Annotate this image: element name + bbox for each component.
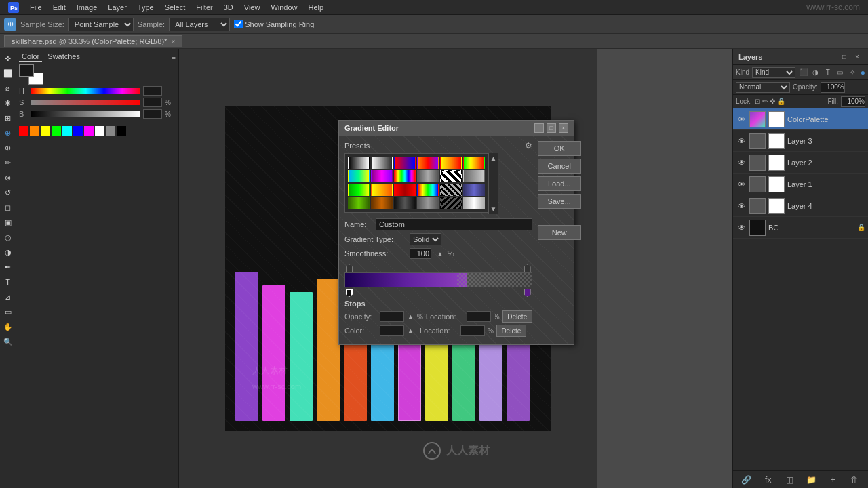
layer-visibility-2[interactable]: 👁 xyxy=(736,157,747,168)
lock-transparent-icon[interactable]: ⊡ xyxy=(755,98,760,105)
color-tab[interactable]: Color xyxy=(19,52,42,62)
ok-button[interactable]: OK xyxy=(538,141,581,156)
preset-1[interactable] xyxy=(348,157,370,169)
brightness-value[interactable] xyxy=(143,109,162,119)
preset-7[interactable] xyxy=(348,170,370,182)
opacity-delete-button[interactable]: Delete xyxy=(502,310,532,323)
history-tool-icon[interactable]: ↺ xyxy=(1,186,15,199)
scroll-down-icon[interactable]: ▼ xyxy=(489,204,498,214)
name-input[interactable] xyxy=(376,218,532,230)
saturation-slider[interactable] xyxy=(31,100,140,105)
text-tool-icon[interactable]: T xyxy=(1,275,15,289)
heal-tool-icon[interactable]: ⊕ xyxy=(1,141,15,155)
lock-all-icon[interactable]: 🔒 xyxy=(777,98,785,105)
smoothness-arrow-up[interactable]: ▲ xyxy=(437,250,443,258)
menu-image[interactable]: Image xyxy=(71,0,103,14)
opacity-input[interactable] xyxy=(821,82,845,93)
new-layer-icon[interactable]: + xyxy=(826,473,840,487)
lock-pixels-icon[interactable]: ✏ xyxy=(762,98,768,105)
lasso-tool-icon[interactable]: ⌀ xyxy=(1,81,15,95)
gradient-type-select[interactable]: Solid xyxy=(410,233,441,245)
move-tool-icon[interactable]: ✜ xyxy=(1,52,15,65)
tab-close-button[interactable]: × xyxy=(171,38,175,45)
layer-item-4[interactable]: 👁 Layer 4 xyxy=(733,195,868,217)
menu-view[interactable]: View xyxy=(239,0,266,14)
filter-toggle-icon[interactable]: ● xyxy=(861,68,865,77)
preset-4[interactable] xyxy=(417,157,439,169)
preset-20[interactable] xyxy=(371,197,393,209)
layer-visibility-1[interactable]: 👁 xyxy=(736,179,747,190)
swatch-blue[interactable] xyxy=(73,126,83,136)
color-stop-left-selected[interactable] xyxy=(346,289,353,297)
gradient-preview-bar[interactable] xyxy=(344,272,532,287)
gradient-editor-title-bar[interactable]: Gradient Editor _ □ × xyxy=(339,121,574,136)
scroll-up-icon[interactable]: ▲ xyxy=(489,153,498,163)
preset-13[interactable] xyxy=(348,184,370,196)
show-sampling-label[interactable]: Show Sampling Ring xyxy=(234,20,314,28)
swatch-yellow[interactable] xyxy=(41,126,50,136)
brush-tool-icon[interactable]: ✏ xyxy=(1,156,15,169)
new-group-icon[interactable]: 📁 xyxy=(804,473,818,487)
opacity-stop-left[interactable] xyxy=(346,264,353,272)
menu-select[interactable]: Select xyxy=(159,0,191,14)
filter-pixel-icon[interactable]: ⬛ xyxy=(798,67,809,78)
eyedropper-icon[interactable]: ⊕ xyxy=(1,126,15,140)
color-stop-value[interactable] xyxy=(380,325,404,336)
preset-3[interactable] xyxy=(394,157,416,169)
swatch-gray[interactable] xyxy=(106,126,115,136)
layer-item-1[interactable]: 👁 Layer 1 xyxy=(733,174,868,195)
crop-tool-icon[interactable]: ⊞ xyxy=(1,111,15,125)
swatch-white[interactable] xyxy=(95,126,104,136)
wand-tool-icon[interactable]: ✱ xyxy=(1,96,15,110)
filter-smart-icon[interactable]: ✧ xyxy=(847,67,858,78)
eyedropper-tool-icon[interactable]: ⊕ xyxy=(4,18,16,30)
color-location-input[interactable] xyxy=(460,325,485,336)
preset-8[interactable] xyxy=(371,170,393,182)
eraser-tool-icon[interactable]: ◻ xyxy=(1,201,15,214)
menu-filter[interactable]: Filter xyxy=(191,0,218,14)
preset-5[interactable] xyxy=(440,157,462,169)
menu-help[interactable]: Help xyxy=(303,0,330,14)
layer-item-2[interactable]: 👁 Layer 2 xyxy=(733,152,868,174)
filter-shape-icon[interactable]: ▭ xyxy=(835,67,846,78)
layer-visibility-colorpalette[interactable]: 👁 xyxy=(736,114,747,125)
color-delete-button[interactable]: Delete xyxy=(496,325,526,337)
pen-tool-icon[interactable]: ✒ xyxy=(1,260,15,274)
new-button[interactable]: New xyxy=(538,225,581,240)
layer-item-3[interactable]: 👁 Layer 3 xyxy=(733,130,868,152)
layer-visibility-3[interactable]: 👁 xyxy=(736,136,747,146)
preset-16[interactable] xyxy=(417,184,439,196)
opacity-location-input[interactable] xyxy=(467,311,491,322)
preset-23[interactable] xyxy=(440,197,462,209)
preset-19[interactable] xyxy=(348,197,370,209)
swatches-tab[interactable]: Swatches xyxy=(45,52,83,62)
dialog-maximize-button[interactable]: □ xyxy=(547,123,556,133)
preset-11[interactable] xyxy=(440,170,462,182)
menu-layer[interactable]: Layer xyxy=(102,0,132,14)
lock-position-icon[interactable]: ✜ xyxy=(770,98,775,105)
layer-item-colorpalette[interactable]: 👁 ColorPalette xyxy=(733,108,868,130)
hand-tool-icon[interactable]: ✋ xyxy=(1,320,15,333)
layer-visibility-4[interactable]: 👁 xyxy=(736,201,747,211)
document-tab[interactable]: skillshare.psd @ 33.3% (ColorPalette; RG… xyxy=(4,35,182,47)
filter-type-icon[interactable]: T xyxy=(823,67,833,78)
preset-24[interactable] xyxy=(463,197,485,209)
swatch-red[interactable] xyxy=(19,126,28,136)
preset-10[interactable] xyxy=(417,170,439,182)
smoothness-input[interactable] xyxy=(410,248,431,259)
preset-14[interactable] xyxy=(371,184,393,196)
preset-21[interactable] xyxy=(394,197,416,209)
preset-6[interactable] xyxy=(463,157,485,169)
layers-panel-maximize-icon[interactable]: □ xyxy=(839,52,850,62)
sample-size-select[interactable]: Point Sample xyxy=(68,18,134,31)
brightness-slider[interactable] xyxy=(31,111,140,117)
preset-17[interactable] xyxy=(440,184,462,196)
load-button[interactable]: Load... xyxy=(538,176,581,191)
color-stepper-icon[interactable]: ▲ xyxy=(408,327,414,334)
path-tool-icon[interactable]: ⊿ xyxy=(1,290,15,304)
layers-panel-minimize-icon[interactable]: _ xyxy=(826,52,837,62)
preset-2[interactable] xyxy=(371,157,393,169)
color-stop-right[interactable] xyxy=(524,289,531,297)
swatch-cyan[interactable] xyxy=(62,126,72,136)
marquee-tool-icon[interactable]: ⬜ xyxy=(1,66,15,80)
